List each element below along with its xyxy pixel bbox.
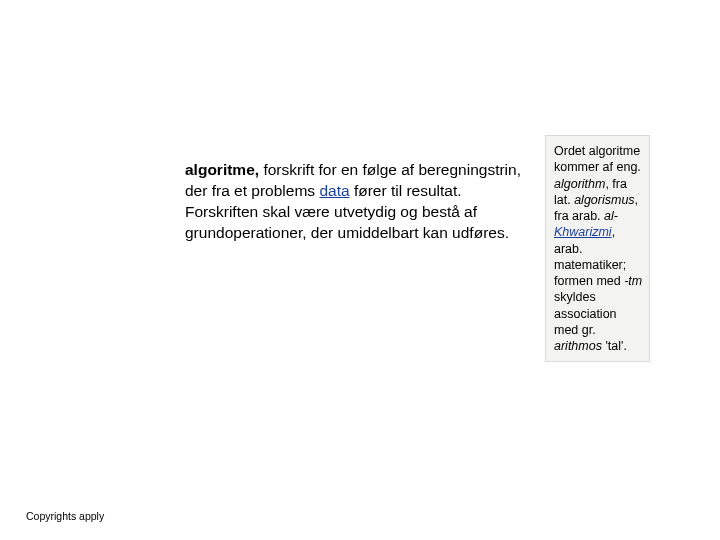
main-column: algoritme, forskrift for en følge af ber… xyxy=(0,160,545,244)
ety-t5: skyldes association med gr. xyxy=(554,290,617,337)
ety-i3: al- xyxy=(604,209,618,223)
khwarizmi-link-text: Khwarizmi xyxy=(554,225,612,239)
headword: algoritme, xyxy=(185,161,259,178)
ety-i2: algorismus xyxy=(574,193,634,207)
ety-t1: Ordet algoritme kommer af eng. xyxy=(554,144,641,174)
ety-i5: arithmos xyxy=(554,339,602,353)
ety-i4: -tm xyxy=(624,274,642,288)
ety-i1: algorithm xyxy=(554,177,605,191)
content-area: algoritme, forskrift for en følge af ber… xyxy=(0,160,720,362)
etymology-sidebar: Ordet algoritme kommer af eng. algorithm… xyxy=(545,135,650,362)
data-link[interactable]: data xyxy=(319,182,349,199)
definition-text: algoritme, forskrift for en følge af ber… xyxy=(185,160,525,244)
ety-t6: 'tal'. xyxy=(602,339,627,353)
khwarizmi-link[interactable]: Khwarizmi xyxy=(554,225,612,239)
copyright-footer: Copyrights apply xyxy=(26,510,104,522)
